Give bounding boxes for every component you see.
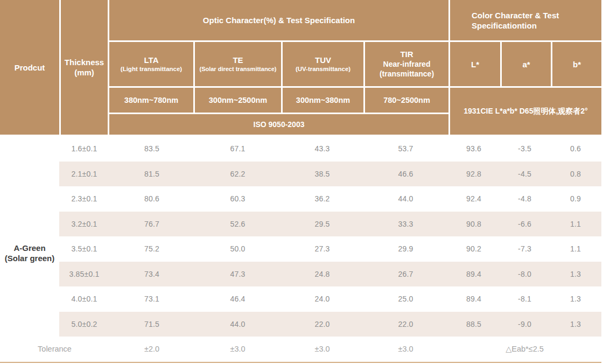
product-name-line2: (Solar green) xyxy=(0,253,59,263)
row-band: 3.2±0.176.752.629.533.390.8-6.61.1 xyxy=(59,212,601,237)
cell-tuv: 27.3 xyxy=(281,236,363,262)
tolerance-tir: ±3.0 xyxy=(363,345,448,353)
table-header: Prodcut Thickness (mm) Optic Character(%… xyxy=(0,0,601,135)
row-product-spacer xyxy=(0,162,59,187)
cell-a: -9.0 xyxy=(500,312,550,337)
color-section-title: Color Character & Test Specificationtion xyxy=(450,0,601,40)
cell-thickness: 5.0±0.2 xyxy=(59,312,109,337)
lta-desc: (Light transmittance) xyxy=(121,65,182,73)
product-name-line1: A-Green xyxy=(0,243,59,253)
table-row: 3.5±0.175.250.027.329.990.2-7.31.1 xyxy=(0,236,601,262)
cell-thickness: 4.0±0.1 xyxy=(59,286,109,312)
lta-range-cell: 380nm~780nm xyxy=(109,88,193,113)
cell-te: 62.2 xyxy=(194,162,281,187)
cell-thickness: 3.85±0.1 xyxy=(59,262,109,287)
cell-b: 0.6 xyxy=(550,136,601,162)
product-name-label: A-Green (Solar green) xyxy=(0,243,59,263)
cell-b: 1.3 xyxy=(550,312,601,337)
table-row: 1.6±0.183.567.143.353.793.6-3.50.6 xyxy=(0,136,601,162)
product-header-label: Prodcut xyxy=(15,62,45,73)
color-section-title-text: Color Character & Test Specificationtion xyxy=(472,10,594,31)
tir-desc: Near-infrared (transmittance) xyxy=(369,59,444,79)
cell-lta: 73.1 xyxy=(109,286,194,312)
cell-tir: 53.7 xyxy=(363,136,448,162)
iso-standard-cell: ISO 9050-2003 xyxy=(109,114,448,135)
cell-lta: 81.5 xyxy=(109,162,194,187)
tir-header-cell: TIR Near-infrared (transmittance) xyxy=(365,42,448,86)
row-band: 4.0±0.173.146.424.025.089.4-8.11.3 xyxy=(59,286,601,312)
cell-lta: 71.5 xyxy=(109,312,194,337)
cell-l: 89.4 xyxy=(448,262,500,287)
cell-tir: 26.7 xyxy=(363,262,448,287)
tuv-abbr: TUV xyxy=(315,55,331,65)
row-band: 2.3±0.180.660.336.244.092.4-4.80.9 xyxy=(59,186,601,212)
cell-thickness: 2.1±0.1 xyxy=(59,162,109,187)
lta-header-cell: LTA (Light transmittance) xyxy=(109,42,193,86)
row-product-spacer xyxy=(0,186,59,212)
row-band: 3.5±0.175.250.027.329.990.2-7.31.1 xyxy=(59,236,601,262)
bottom-border xyxy=(0,362,601,363)
cell-lta: 76.7 xyxy=(109,212,194,237)
lstar-label: L* xyxy=(471,59,479,69)
optic-section-title-text: Optic Character(%) & Test Specification xyxy=(203,15,355,25)
cell-l: 93.6 xyxy=(448,136,500,162)
tuv-desc: (UV-transmittance) xyxy=(296,65,350,73)
cell-lta: 75.2 xyxy=(109,236,194,262)
cell-b: 0.8 xyxy=(550,162,601,187)
row-product-spacer xyxy=(0,136,59,162)
cell-tir: 46.6 xyxy=(363,162,448,187)
cell-tir: 29.9 xyxy=(363,236,448,262)
row-product-spacer xyxy=(0,286,59,312)
table-row: 3.85±0.173.447.324.826.789.4-8.01.3 xyxy=(0,262,601,287)
cell-tuv: 22.0 xyxy=(281,312,363,337)
cell-l: 89.4 xyxy=(448,286,500,312)
cell-tir: 33.3 xyxy=(363,212,448,237)
cell-thickness: 2.3±0.1 xyxy=(59,186,109,212)
cell-a: -8.0 xyxy=(500,262,550,287)
data-rows: 1.6±0.183.567.143.353.793.6-3.50.62.1±0.… xyxy=(0,136,601,337)
cell-l: 92.4 xyxy=(448,186,500,212)
row-product-spacer xyxy=(0,262,59,287)
row-band: 2.1±0.181.562.238.546.692.8-4.50.8 xyxy=(59,162,601,187)
cell-te: 50.0 xyxy=(194,236,281,262)
cell-tir: 22.0 xyxy=(363,312,448,337)
cell-te: 60.3 xyxy=(194,186,281,212)
cell-te: 47.3 xyxy=(194,262,281,287)
bstar-label: b* xyxy=(573,59,581,69)
te-header-cell: TE (Solar direct transmittance) xyxy=(195,42,281,86)
thickness-header-cell: Thickness (mm) xyxy=(61,0,108,135)
cell-l: 90.8 xyxy=(448,212,500,237)
cell-tuv: 43.3 xyxy=(281,136,363,162)
tolerance-te: ±3.0 xyxy=(194,345,281,353)
cell-b: 1.1 xyxy=(550,212,601,237)
cell-tuv: 24.0 xyxy=(281,286,363,312)
cell-b: 1.3 xyxy=(550,262,601,287)
row-band: 1.6±0.183.567.143.353.793.6-3.50.6 xyxy=(59,136,601,162)
cell-thickness: 3.2±0.1 xyxy=(59,212,109,237)
cell-b: 1.3 xyxy=(550,286,601,312)
tuv-range-cell: 300nm~380nm xyxy=(283,88,363,113)
table-row: 3.2±0.176.752.629.533.390.8-6.61.1 xyxy=(0,212,601,237)
spec-table: Prodcut Thickness (mm) Optic Character(%… xyxy=(0,0,601,363)
te-desc: (Solar direct transmittance) xyxy=(199,65,276,73)
cell-l: 88.5 xyxy=(448,312,500,337)
cell-te: 46.4 xyxy=(194,286,281,312)
tolerance-label: Tolerance xyxy=(0,345,109,353)
tir-abbr: TIR xyxy=(400,50,413,59)
cell-thickness: 1.6±0.1 xyxy=(59,136,109,162)
cell-a: -3.5 xyxy=(500,136,550,162)
cell-tuv: 24.8 xyxy=(281,262,363,287)
row-band: 5.0±0.271.544.022.022.088.5-9.01.3 xyxy=(59,312,601,337)
te-abbr: TE xyxy=(233,55,243,65)
te-range-cell: 300nm~2500nm xyxy=(195,88,281,113)
cell-tuv: 29.5 xyxy=(281,212,363,237)
cell-thickness: 3.5±0.1 xyxy=(59,236,109,262)
row-product-spacer xyxy=(0,312,59,337)
astar-header-cell: a* xyxy=(502,42,551,86)
table-row: 4.0±0.173.146.424.025.089.4-8.11.3 xyxy=(0,286,601,312)
cell-b: 0.9 xyxy=(550,186,601,212)
tolerance-tuv: ±3.0 xyxy=(281,345,363,353)
row-band: 3.85±0.173.447.324.826.789.4-8.01.3 xyxy=(59,262,601,287)
cie-standard-cell: 1931CIE L*a*b* D65照明体,观察者2° xyxy=(450,88,601,135)
cell-a: -7.3 xyxy=(500,236,550,262)
